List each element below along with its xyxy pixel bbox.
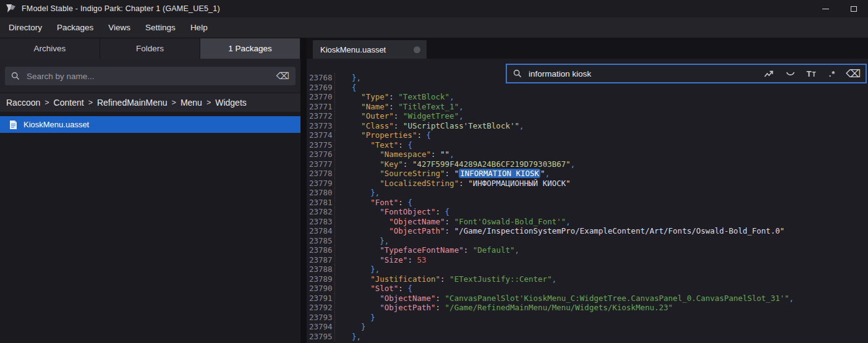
find-options: TT.*⌫ — [762, 67, 861, 80]
line-content: "Properties": { — [335, 130, 431, 140]
code-token: }, — [370, 188, 380, 197]
code-token: "" — [440, 150, 449, 159]
code-line: 23780 }, — [307, 188, 868, 198]
line-content: "ObjectPath": "/Game/InspectionSystemPro… — [335, 226, 785, 236]
breadcrumb-item-content[interactable]: Content — [53, 98, 85, 108]
backspace-clear-icon[interactable]: ⌫ — [846, 67, 861, 80]
line-content: }, — [335, 236, 389, 246]
code-line: 23787 "Size": 53 — [307, 255, 868, 265]
code-token: "/Game/InspectionSystemPro/ExampleConten… — [454, 226, 785, 235]
code-token: : — [436, 303, 445, 312]
breadcrumb-item-raccoon[interactable]: Raccoon — [5, 98, 41, 108]
line-content: "Size": 53 — [335, 255, 427, 265]
breadcrumb-item-refinedmainmenu[interactable]: RefinedMainMenu — [96, 98, 169, 108]
code-token: "ИНФОРМАЦИОННЫЙ КИОСК" — [468, 179, 571, 188]
code-token: : — [417, 130, 426, 140]
line-content: "Type": "TextBlock", — [335, 92, 454, 102]
maximize-button[interactable] — [840, 0, 868, 17]
code-line: 23781 "Font": { — [307, 198, 868, 208]
find-input[interactable] — [527, 69, 757, 79]
breadcrumb-separator-icon: > — [41, 98, 52, 107]
code-token: "Class" — [361, 121, 394, 130]
code-line: 23795 }, — [307, 332, 868, 342]
code-token: } — [361, 322, 366, 331]
code-token: { — [352, 83, 357, 92]
code-line: 23771 "Name": "TitleText_1", — [307, 102, 868, 112]
code-token: : — [464, 245, 473, 255]
code-token: }, — [352, 332, 361, 341]
code-token: { — [407, 198, 412, 207]
code-token: }, — [352, 73, 361, 82]
line-content: { — [335, 83, 357, 93]
menu-directory[interactable]: Directory — [1, 17, 49, 38]
code-token: "Default" — [473, 245, 515, 255]
line-content: }, — [335, 332, 361, 342]
maximize-icon — [851, 6, 857, 12]
code-token: : — [445, 169, 454, 178]
code-line: 23790 "Slot": { — [307, 284, 868, 294]
document-tab-kioskmenu[interactable]: KioskMenu.uasset — [313, 40, 427, 59]
breadcrumb-item-menu[interactable]: Menu — [179, 98, 203, 108]
breadcrumb-item-widgets[interactable]: Widgets — [214, 98, 248, 108]
line-number: 23769 — [307, 83, 335, 93]
code-token: : — [403, 159, 412, 169]
code-token: , — [552, 274, 557, 284]
menu-packages[interactable]: Packages — [49, 17, 101, 38]
package-search-field[interactable]: ⌫ — [5, 67, 296, 85]
code-token: "Type" — [361, 92, 389, 101]
code-token: , — [519, 121, 524, 130]
code-token: "Text" — [370, 140, 398, 150]
code-token: "TextBlock" — [398, 92, 449, 101]
code-token: " — [540, 169, 545, 178]
menu-settings[interactable]: Settings — [138, 17, 183, 38]
document-tab-strip: KioskMenu.uasset — [307, 38, 868, 59]
line-number: 23781 — [307, 198, 335, 208]
minimize-icon — [822, 9, 829, 9]
match-case-icon[interactable]: TT — [804, 67, 819, 80]
close-tab-button[interactable] — [414, 46, 420, 53]
breadcrumb-separator-icon: > — [169, 98, 179, 107]
clear-search-icon[interactable]: ⌫ — [276, 72, 289, 81]
line-number: 23771 — [307, 102, 335, 112]
code-line: 23773 "Class": "UScriptClass'TextBlock'"… — [307, 121, 868, 131]
line-content: "FontObject": { — [335, 207, 449, 217]
code-line: 23793 } — [307, 313, 868, 323]
fmodel-logo-icon — [6, 4, 17, 14]
panel-splitter[interactable] — [300, 38, 307, 343]
code-token: : — [440, 274, 449, 284]
trend-arrow-icon[interactable] — [762, 67, 777, 80]
menu-bar: DirectoryPackagesViewsSettingsHelp — [0, 17, 868, 38]
underscore-icon[interactable] — [783, 67, 798, 80]
line-content: "SourceString": "INFORMATION KIOSK", — [335, 169, 550, 179]
code-token: : — [389, 102, 398, 111]
code-token: "LocalizedString" — [380, 179, 459, 188]
uasset-file-icon — [9, 120, 17, 130]
line-content: "ObjectName": "Font'Oswald-Bold_Font'", — [335, 217, 571, 227]
file-row[interactable]: KioskMenu.uasset — [0, 116, 300, 133]
code-token: "427F599F44289A24B6CF219D79303B67" — [412, 159, 571, 169]
tab-1-packages[interactable]: 1 Packages — [200, 38, 300, 59]
menu-help[interactable]: Help — [183, 17, 215, 38]
tab-folders[interactable]: Folders — [100, 38, 200, 59]
json-code[interactable]: 23768 },23769 {23770 "Type": "TextBlock"… — [307, 59, 868, 341]
code-line: 23774 "Properties": { — [307, 130, 868, 140]
code-token: , — [571, 159, 576, 169]
line-number: 23773 — [307, 121, 335, 131]
code-token: , — [459, 111, 464, 121]
line-content: }, — [335, 265, 380, 274]
code-line: 23779 "LocalizedString": "ИНФОРМАЦИОННЫЙ… — [307, 179, 868, 188]
code-token: "Font'Oswald-Bold_Font'" — [454, 217, 566, 226]
menu-views[interactable]: Views — [101, 17, 138, 38]
minimize-button[interactable] — [811, 0, 840, 17]
tab-archives[interactable]: Archives — [0, 38, 100, 59]
code-token: , — [449, 92, 454, 101]
search-input[interactable] — [25, 71, 276, 82]
line-number: 23778 — [307, 169, 335, 179]
regex-icon[interactable]: .* — [825, 67, 840, 80]
search-icon — [11, 72, 20, 80]
line-number: 23795 — [307, 332, 335, 342]
code-token: : — [394, 111, 403, 121]
code-line: 23788 }, — [307, 265, 868, 274]
left-tab-bar: ArchivesFolders1 Packages — [0, 38, 300, 59]
line-number: 23774 — [307, 130, 335, 140]
